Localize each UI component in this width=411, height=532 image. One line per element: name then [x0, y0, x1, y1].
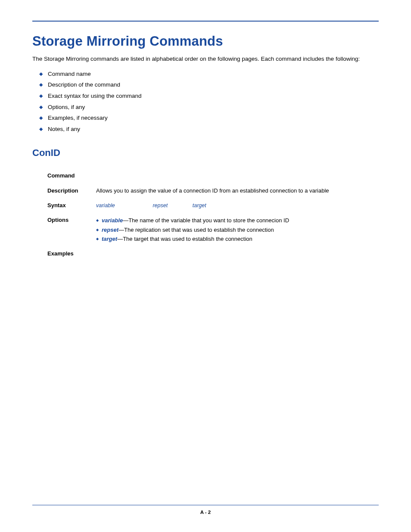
list-item: Exact syntax for using the command: [39, 90, 379, 102]
option-desc: —The replication set that was used to es…: [118, 227, 274, 233]
label-options: Options: [47, 216, 96, 243]
option-name: repset: [102, 227, 118, 233]
list-item: Description of the command: [39, 79, 379, 90]
syntax-param: variable: [96, 202, 115, 208]
option-name: variable: [102, 217, 123, 224]
option-item: target—The target that was used to estab…: [96, 234, 379, 243]
content-syntax: variable repset target: [96, 201, 379, 210]
section-heading: ConID: [32, 147, 379, 159]
option-desc: —The target that was used to establish t…: [117, 236, 252, 242]
page-footer: A - 2: [32, 505, 379, 515]
row-command: Command: [47, 171, 379, 180]
row-options: Options variable—The name of the variabl…: [47, 216, 379, 243]
option-name: target: [102, 236, 117, 242]
top-rule: [32, 21, 379, 22]
list-item: Options, if any: [39, 102, 379, 113]
list-item: Examples, if necessary: [39, 112, 379, 124]
list-item: Notes, if any: [39, 124, 379, 135]
syntax-param: target: [193, 202, 206, 208]
intro-text: The Storage Mirroring commands are liste…: [32, 55, 379, 63]
footer-rule: [32, 505, 379, 505]
content-options: variable—The name of the variable that y…: [96, 216, 379, 243]
label-command: Command: [47, 171, 96, 180]
option-desc: —The name of the variable that you want …: [123, 217, 289, 224]
option-item: variable—The name of the variable that y…: [96, 216, 379, 225]
command-table: Command Description Allows you to assign…: [47, 171, 379, 258]
content-command: [96, 171, 379, 180]
intro-bullet-list: Command name Description of the command …: [32, 68, 379, 135]
syntax-param: repset: [153, 202, 168, 208]
option-item: repset—The replication set that was used…: [96, 225, 379, 234]
label-examples: Examples: [47, 249, 96, 258]
row-examples: Examples: [47, 249, 379, 258]
content-description: Allows you to assign the value of a conn…: [96, 187, 379, 195]
list-item: Command name: [39, 68, 379, 80]
label-description: Description: [47, 187, 96, 195]
row-description: Description Allows you to assign the val…: [47, 187, 379, 195]
content-examples: [96, 249, 379, 258]
row-syntax: Syntax variable repset target: [47, 201, 379, 210]
label-syntax: Syntax: [47, 201, 96, 210]
page-title: Storage Mirroring Commands: [32, 34, 379, 49]
page-number: A - 2: [32, 510, 379, 515]
options-list: variable—The name of the variable that y…: [96, 216, 379, 243]
